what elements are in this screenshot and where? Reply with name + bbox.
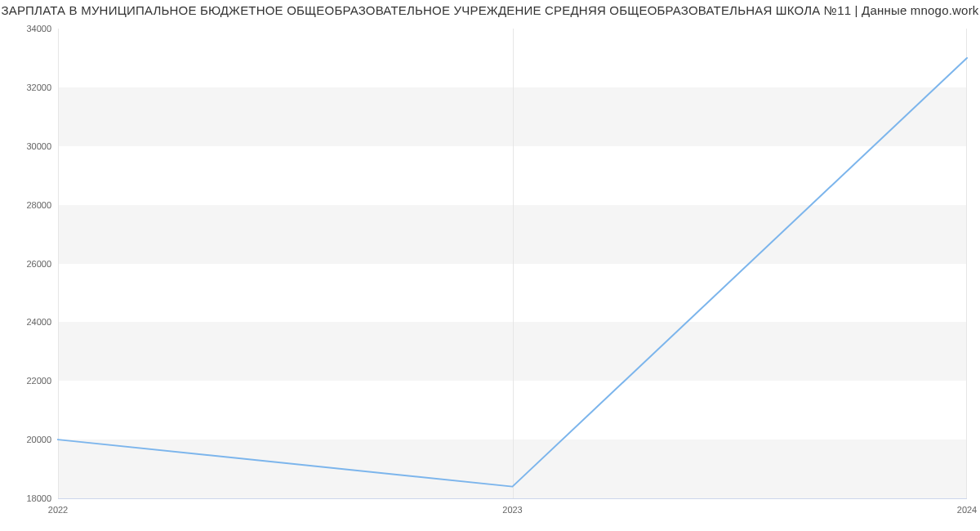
x-tick-label: 2023 (502, 505, 522, 515)
y-tick-label: 22000 (26, 376, 51, 386)
x-tick-label: 2022 (48, 505, 68, 515)
y-tick-label: 34000 (26, 24, 51, 33)
y-tick-label: 24000 (26, 317, 51, 327)
chart-title: ЗАРПЛАТА В МУНИЦИПАЛЬНОЕ БЮДЖЕТНОЕ ОБЩЕО… (0, 3, 980, 17)
x-axis-line (58, 498, 967, 499)
series-layer (58, 29, 967, 498)
y-tick-label: 20000 (26, 435, 51, 444)
y-tick-label: 26000 (26, 259, 51, 269)
salary-series-line (58, 58, 967, 487)
y-tick-label: 32000 (26, 83, 51, 92)
x-tick-label: 2024 (957, 505, 977, 515)
y-tick-label: 18000 (26, 493, 51, 503)
y-tick-label: 30000 (26, 141, 51, 151)
y-tick-label: 28000 (26, 200, 51, 210)
plot-area: 18000 20000 22000 24000 26000 28000 3000… (58, 29, 967, 498)
salary-line-chart: ЗАРПЛАТА В МУНИЦИПАЛЬНОЕ БЮДЖЕТНОЕ ОБЩЕО… (0, 0, 980, 531)
